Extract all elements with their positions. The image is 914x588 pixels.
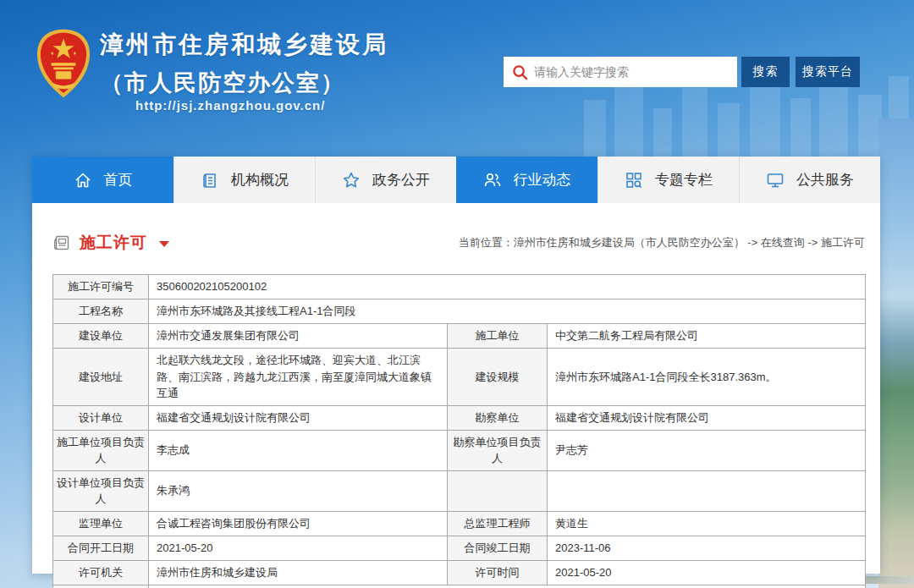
- field-label: 建设地址: [53, 349, 149, 406]
- news-section-icon: [52, 234, 71, 252]
- tab-special-topics[interactable]: 专题专栏: [597, 157, 739, 203]
- home-icon: [74, 171, 92, 190]
- table-row: 合同开工日期2021-05-20合同竣工日期2023-11-06: [53, 536, 866, 560]
- field-value: 2021-05-20: [149, 536, 448, 560]
- tab-label: 公共服务: [796, 170, 854, 190]
- field-value: 福建省交通规划设计院有限公司: [548, 405, 866, 430]
- search-button[interactable]: 搜索: [741, 57, 790, 87]
- field-label: 建设单位: [53, 324, 149, 349]
- field-label: 监理单位: [53, 511, 149, 536]
- monitor-icon: [766, 171, 785, 190]
- tab-label: 机构概况: [231, 170, 289, 190]
- field-value: 尹志芳: [548, 430, 866, 470]
- breadcrumb: 当前位置：漳州市住房和城乡建设局（市人民防空办公室） -> 在线查询 -> 施工…: [459, 235, 865, 250]
- field-label: 合同开工日期: [53, 536, 149, 560]
- table-row: 网站公告内容: [53, 585, 866, 588]
- table-row: 监理单位合诚工程咨询集团股份有限公司总监理工程师黄道生: [53, 511, 866, 536]
- field-label: 施工许可编号: [53, 275, 149, 299]
- field-label: 建设规模: [448, 349, 548, 406]
- table-row: 许可机关漳州市住房和城乡建设局许可时间2021-05-20: [53, 560, 866, 585]
- field-value: 2021-05-20: [548, 560, 866, 585]
- site-title-line2: （市人民防空办公室）: [100, 68, 388, 98]
- tab-agency-overview[interactable]: 机构概况: [173, 157, 315, 203]
- tab-label: 首页: [104, 170, 133, 190]
- field-label: 总监理工程师: [448, 511, 548, 536]
- search-input[interactable]: [534, 65, 737, 79]
- field-value: 朱承鸿: [149, 470, 448, 511]
- field-value: [149, 585, 866, 588]
- permit-detail-table: 施工许可编号350600202105200102工程名称漳州市东环城路及其接线工…: [52, 274, 866, 588]
- national-emblem-icon: [36, 28, 91, 99]
- grid-icon: [625, 171, 643, 190]
- tab-home[interactable]: 首页: [32, 157, 173, 203]
- table-row: 建设单位漳州市交通发展集团有限公司施工单位中交第二航务工程局有限公司: [53, 324, 866, 349]
- content-card: 首页 机构概况 政务公开 行业动态: [32, 157, 880, 574]
- site-title: 漳州市住房和城乡建设局 （市人民防空办公室）: [100, 29, 388, 98]
- field-value: 漳州市东环城路A1-1合同段全长3187.363m。: [548, 349, 866, 406]
- tab-label: 行业动态: [514, 170, 571, 190]
- field-value: 中交第二航务工程局有限公司: [548, 324, 866, 349]
- section-header: 施工许可 当前位置：漳州市住房和城乡建设局（市人民防空办公室） -> 在线查询 …: [52, 228, 865, 257]
- document-icon: [201, 171, 219, 190]
- field-value: [548, 470, 866, 511]
- search-platform-button[interactable]: 搜索平台: [796, 57, 860, 87]
- table-row: 设计单位项目负责人朱承鸿: [53, 470, 866, 511]
- tab-gov-affairs[interactable]: 政务公开: [315, 157, 456, 203]
- field-value: 漳州市东环城路及其接线工程A1-1合同段: [149, 299, 866, 324]
- page: 漳州市住房和城乡建设局 （市人民防空办公室） http://jsj.zhangz…: [0, 0, 914, 588]
- chevron-down-icon[interactable]: [159, 241, 169, 247]
- field-value: 福建省交通规划设计院有限公司: [149, 405, 448, 430]
- field-value: 350600202105200102: [149, 275, 866, 299]
- table-row: 施工单位项目负责人李志成勘察单位项目负责人尹志芳: [53, 430, 866, 470]
- tab-label: 专题专栏: [655, 170, 713, 190]
- field-value: 北起联六线龙文段，途径北环城路、迎宾大道、北江滨路、南江滨路，跨越九龙江西溪，南…: [149, 349, 448, 406]
- tab-industry-news[interactable]: 行业动态: [456, 157, 597, 203]
- field-label: 设计单位项目负责人: [53, 470, 149, 511]
- field-label: 勘察单位: [448, 405, 548, 430]
- table-row: 施工许可编号350600202105200102: [53, 275, 866, 299]
- field-label: 许可时间: [448, 560, 548, 585]
- field-value: 李志成: [149, 430, 448, 470]
- field-label: [448, 470, 548, 511]
- table-row: 工程名称漳州市东环城路及其接线工程A1-1合同段: [53, 299, 866, 324]
- search-box[interactable]: [504, 57, 737, 87]
- field-label: 施工单位: [448, 324, 548, 349]
- field-label: 工程名称: [53, 299, 149, 324]
- search-icon: [512, 64, 528, 80]
- field-value: 漳州市交通发展集团有限公司: [149, 324, 448, 349]
- header-search: 搜索 搜索平台: [504, 57, 860, 87]
- site-header: 漳州市住房和城乡建设局 （市人民防空办公室） http://jsj.zhangz…: [0, 0, 914, 157]
- field-label: 设计单位: [53, 405, 149, 430]
- field-value: 2023-11-06: [548, 536, 866, 560]
- field-label: 施工单位项目负责人: [53, 430, 149, 470]
- people-icon: [483, 171, 502, 190]
- star-icon: [342, 171, 361, 190]
- tab-label: 政务公开: [372, 170, 430, 190]
- section-title: 施工许可: [80, 232, 147, 254]
- background-scenery: [878, 118, 914, 588]
- table-row: 建设地址北起联六线龙文段，途径北环城路、迎宾大道、北江滨路、南江滨路，跨越九龙江…: [53, 349, 866, 406]
- field-value: 漳州市住房和城乡建设局: [149, 560, 448, 585]
- table-row: 设计单位福建省交通规划设计院有限公司勘察单位福建省交通规划设计院有限公司: [53, 405, 866, 430]
- tab-public-services[interactable]: 公共服务: [739, 157, 880, 203]
- site-title-line1: 漳州市住房和城乡建设局: [100, 29, 388, 61]
- field-label: 合同竣工日期: [448, 536, 548, 560]
- field-value: 黄道生: [548, 511, 866, 536]
- site-url: http://jsj.zhangzhou.gov.cn/: [135, 98, 325, 113]
- field-label: 许可机关: [53, 560, 149, 585]
- field-label: 网站公告内容: [53, 585, 149, 588]
- field-label: 勘察单位项目负责人: [448, 430, 548, 470]
- field-value: 合诚工程咨询集团股份有限公司: [149, 511, 448, 536]
- main-nav: 首页 机构概况 政务公开 行业动态: [32, 157, 880, 203]
